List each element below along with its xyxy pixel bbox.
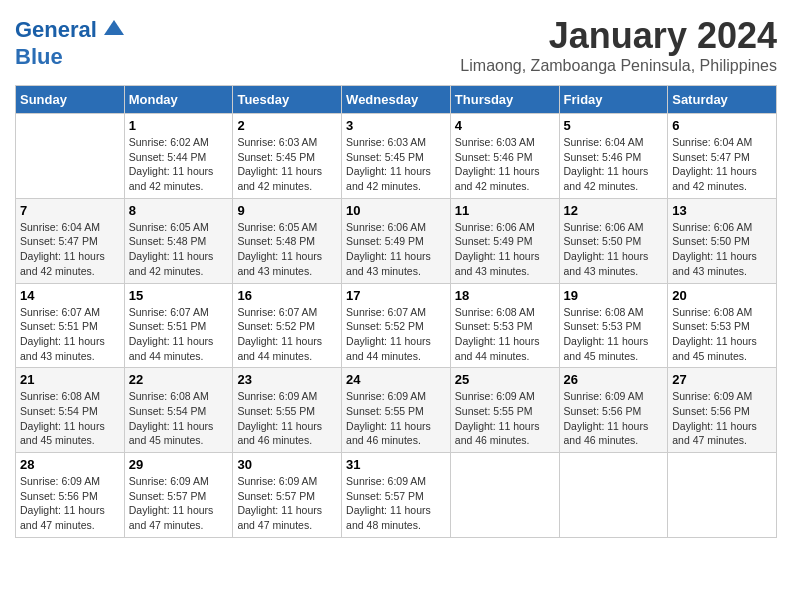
header-monday: Monday — [124, 86, 233, 114]
day-number: 9 — [237, 203, 337, 218]
header-thursday: Thursday — [450, 86, 559, 114]
day-info: Sunrise: 6:06 AM Sunset: 5:49 PM Dayligh… — [346, 220, 446, 279]
day-number: 2 — [237, 118, 337, 133]
day-number: 25 — [455, 372, 555, 387]
day-number: 31 — [346, 457, 446, 472]
day-info: Sunrise: 6:09 AM Sunset: 5:55 PM Dayligh… — [455, 389, 555, 448]
day-number: 15 — [129, 288, 229, 303]
day-info: Sunrise: 6:03 AM Sunset: 5:45 PM Dayligh… — [346, 135, 446, 194]
calendar-cell — [668, 453, 777, 538]
day-number: 13 — [672, 203, 772, 218]
calendar-cell: 1Sunrise: 6:02 AM Sunset: 5:44 PM Daylig… — [124, 114, 233, 199]
calendar-cell: 4Sunrise: 6:03 AM Sunset: 5:46 PM Daylig… — [450, 114, 559, 199]
calendar-cell: 30Sunrise: 6:09 AM Sunset: 5:57 PM Dayli… — [233, 453, 342, 538]
day-number: 24 — [346, 372, 446, 387]
day-number: 26 — [564, 372, 664, 387]
header-friday: Friday — [559, 86, 668, 114]
calendar-cell: 22Sunrise: 6:08 AM Sunset: 5:54 PM Dayli… — [124, 368, 233, 453]
svg-marker-0 — [104, 20, 124, 35]
calendar-cell: 10Sunrise: 6:06 AM Sunset: 5:49 PM Dayli… — [342, 198, 451, 283]
day-info: Sunrise: 6:06 AM Sunset: 5:50 PM Dayligh… — [672, 220, 772, 279]
day-info: Sunrise: 6:09 AM Sunset: 5:57 PM Dayligh… — [237, 474, 337, 533]
calendar-cell: 19Sunrise: 6:08 AM Sunset: 5:53 PM Dayli… — [559, 283, 668, 368]
calendar-cell: 2Sunrise: 6:03 AM Sunset: 5:45 PM Daylig… — [233, 114, 342, 199]
calendar-cell: 8Sunrise: 6:05 AM Sunset: 5:48 PM Daylig… — [124, 198, 233, 283]
day-info: Sunrise: 6:04 AM Sunset: 5:47 PM Dayligh… — [20, 220, 120, 279]
calendar-cell: 11Sunrise: 6:06 AM Sunset: 5:49 PM Dayli… — [450, 198, 559, 283]
day-info: Sunrise: 6:07 AM Sunset: 5:52 PM Dayligh… — [346, 305, 446, 364]
day-number: 29 — [129, 457, 229, 472]
day-number: 22 — [129, 372, 229, 387]
day-info: Sunrise: 6:05 AM Sunset: 5:48 PM Dayligh… — [129, 220, 229, 279]
calendar-cell: 24Sunrise: 6:09 AM Sunset: 5:55 PM Dayli… — [342, 368, 451, 453]
header-wednesday: Wednesday — [342, 86, 451, 114]
week-row-1: 1Sunrise: 6:02 AM Sunset: 5:44 PM Daylig… — [16, 114, 777, 199]
calendar-cell: 13Sunrise: 6:06 AM Sunset: 5:50 PM Dayli… — [668, 198, 777, 283]
day-number: 10 — [346, 203, 446, 218]
day-info: Sunrise: 6:09 AM Sunset: 5:55 PM Dayligh… — [346, 389, 446, 448]
day-info: Sunrise: 6:09 AM Sunset: 5:56 PM Dayligh… — [672, 389, 772, 448]
calendar-cell: 17Sunrise: 6:07 AM Sunset: 5:52 PM Dayli… — [342, 283, 451, 368]
main-title: January 2024 — [460, 15, 777, 57]
day-number: 17 — [346, 288, 446, 303]
calendar-cell — [16, 114, 125, 199]
day-info: Sunrise: 6:03 AM Sunset: 5:45 PM Dayligh… — [237, 135, 337, 194]
calendar-cell: 15Sunrise: 6:07 AM Sunset: 5:51 PM Dayli… — [124, 283, 233, 368]
calendar-cell: 27Sunrise: 6:09 AM Sunset: 5:56 PM Dayli… — [668, 368, 777, 453]
logo: General Blue — [15, 15, 129, 69]
day-info: Sunrise: 6:09 AM Sunset: 5:57 PM Dayligh… — [129, 474, 229, 533]
day-info: Sunrise: 6:08 AM Sunset: 5:54 PM Dayligh… — [20, 389, 120, 448]
day-info: Sunrise: 6:08 AM Sunset: 5:53 PM Dayligh… — [455, 305, 555, 364]
week-row-3: 14Sunrise: 6:07 AM Sunset: 5:51 PM Dayli… — [16, 283, 777, 368]
day-info: Sunrise: 6:08 AM Sunset: 5:53 PM Dayligh… — [564, 305, 664, 364]
calendar-cell: 20Sunrise: 6:08 AM Sunset: 5:53 PM Dayli… — [668, 283, 777, 368]
calendar-cell: 12Sunrise: 6:06 AM Sunset: 5:50 PM Dayli… — [559, 198, 668, 283]
day-number: 28 — [20, 457, 120, 472]
subtitle: Limaong, Zamboanga Peninsula, Philippine… — [460, 57, 777, 75]
calendar-cell: 14Sunrise: 6:07 AM Sunset: 5:51 PM Dayli… — [16, 283, 125, 368]
calendar-cell: 25Sunrise: 6:09 AM Sunset: 5:55 PM Dayli… — [450, 368, 559, 453]
calendar-cell: 23Sunrise: 6:09 AM Sunset: 5:55 PM Dayli… — [233, 368, 342, 453]
day-info: Sunrise: 6:09 AM Sunset: 5:55 PM Dayligh… — [237, 389, 337, 448]
day-number: 21 — [20, 372, 120, 387]
day-info: Sunrise: 6:09 AM Sunset: 5:56 PM Dayligh… — [20, 474, 120, 533]
day-number: 11 — [455, 203, 555, 218]
day-number: 12 — [564, 203, 664, 218]
day-number: 4 — [455, 118, 555, 133]
day-number: 16 — [237, 288, 337, 303]
day-number: 7 — [20, 203, 120, 218]
day-number: 18 — [455, 288, 555, 303]
day-number: 14 — [20, 288, 120, 303]
day-info: Sunrise: 6:09 AM Sunset: 5:57 PM Dayligh… — [346, 474, 446, 533]
calendar-cell: 29Sunrise: 6:09 AM Sunset: 5:57 PM Dayli… — [124, 453, 233, 538]
logo-text: General — [15, 18, 97, 42]
header-tuesday: Tuesday — [233, 86, 342, 114]
logo-icon — [99, 15, 129, 45]
calendar-cell — [450, 453, 559, 538]
calendar-cell: 16Sunrise: 6:07 AM Sunset: 5:52 PM Dayli… — [233, 283, 342, 368]
day-info: Sunrise: 6:09 AM Sunset: 5:56 PM Dayligh… — [564, 389, 664, 448]
day-info: Sunrise: 6:07 AM Sunset: 5:52 PM Dayligh… — [237, 305, 337, 364]
calendar-cell — [559, 453, 668, 538]
day-info: Sunrise: 6:03 AM Sunset: 5:46 PM Dayligh… — [455, 135, 555, 194]
calendar-header-row: SundayMondayTuesdayWednesdayThursdayFrid… — [16, 86, 777, 114]
day-number: 23 — [237, 372, 337, 387]
header-saturday: Saturday — [668, 86, 777, 114]
day-info: Sunrise: 6:04 AM Sunset: 5:46 PM Dayligh… — [564, 135, 664, 194]
calendar-cell: 18Sunrise: 6:08 AM Sunset: 5:53 PM Dayli… — [450, 283, 559, 368]
week-row-4: 21Sunrise: 6:08 AM Sunset: 5:54 PM Dayli… — [16, 368, 777, 453]
calendar-cell: 21Sunrise: 6:08 AM Sunset: 5:54 PM Dayli… — [16, 368, 125, 453]
page-header: General Blue January 2024 Limaong, Zambo… — [15, 15, 777, 75]
day-number: 30 — [237, 457, 337, 472]
day-number: 6 — [672, 118, 772, 133]
calendar-cell: 31Sunrise: 6:09 AM Sunset: 5:57 PM Dayli… — [342, 453, 451, 538]
day-number: 19 — [564, 288, 664, 303]
day-info: Sunrise: 6:05 AM Sunset: 5:48 PM Dayligh… — [237, 220, 337, 279]
calendar-cell: 28Sunrise: 6:09 AM Sunset: 5:56 PM Dayli… — [16, 453, 125, 538]
calendar-cell: 26Sunrise: 6:09 AM Sunset: 5:56 PM Dayli… — [559, 368, 668, 453]
day-number: 20 — [672, 288, 772, 303]
day-info: Sunrise: 6:08 AM Sunset: 5:54 PM Dayligh… — [129, 389, 229, 448]
logo-text-blue: Blue — [15, 45, 63, 69]
calendar-cell: 5Sunrise: 6:04 AM Sunset: 5:46 PM Daylig… — [559, 114, 668, 199]
day-info: Sunrise: 6:07 AM Sunset: 5:51 PM Dayligh… — [129, 305, 229, 364]
